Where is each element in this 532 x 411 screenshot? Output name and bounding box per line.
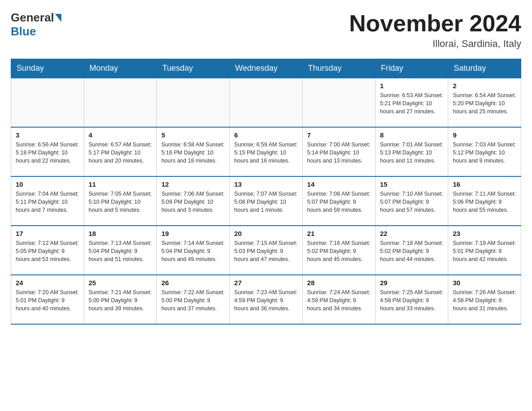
week-row-0: 1Sunrise: 6:53 AM Sunset: 5:21 PM Daylig… xyxy=(11,78,521,127)
calendar-cell: 23Sunrise: 7:19 AM Sunset: 5:01 PM Dayli… xyxy=(448,226,521,275)
month-title: November 2024 xyxy=(349,11,521,36)
day-number: 8 xyxy=(380,131,444,139)
calendar-cell: 20Sunrise: 7:15 AM Sunset: 5:03 PM Dayli… xyxy=(230,226,303,275)
calendar-cell: 27Sunrise: 7:23 AM Sunset: 4:59 PM Dayli… xyxy=(230,275,303,324)
day-info: Sunrise: 7:00 AM Sunset: 5:14 PM Dayligh… xyxy=(307,141,371,165)
day-info: Sunrise: 7:19 AM Sunset: 5:01 PM Dayligh… xyxy=(453,239,516,263)
day-number: 7 xyxy=(307,131,371,139)
calendar-cell: 14Sunrise: 7:08 AM Sunset: 5:07 PM Dayli… xyxy=(302,176,375,226)
logo-blue-text: Blue xyxy=(11,25,36,39)
page-header: General Blue November 2024 Illorai, Sard… xyxy=(11,11,521,50)
calendar-cell: 9Sunrise: 7:03 AM Sunset: 5:12 PM Daylig… xyxy=(448,127,521,176)
day-number: 16 xyxy=(453,180,516,188)
day-number: 20 xyxy=(234,230,298,237)
calendar-cell: 26Sunrise: 7:22 AM Sunset: 5:00 PM Dayli… xyxy=(157,275,230,324)
day-header-friday: Friday xyxy=(375,59,448,78)
day-number: 30 xyxy=(453,279,516,287)
day-number: 17 xyxy=(16,230,79,237)
logo: General Blue xyxy=(11,11,62,39)
day-info: Sunrise: 7:26 AM Sunset: 4:58 PM Dayligh… xyxy=(453,288,516,313)
day-number: 5 xyxy=(161,131,225,139)
day-number: 29 xyxy=(380,279,444,287)
day-number: 12 xyxy=(161,180,225,188)
week-row-4: 24Sunrise: 7:20 AM Sunset: 5:01 PM Dayli… xyxy=(11,275,521,324)
calendar-cell: 3Sunrise: 6:56 AM Sunset: 5:18 PM Daylig… xyxy=(11,127,84,176)
day-info: Sunrise: 7:20 AM Sunset: 5:01 PM Dayligh… xyxy=(16,288,79,313)
calendar-cell: 21Sunrise: 7:16 AM Sunset: 5:02 PM Dayli… xyxy=(302,226,375,275)
title-block: November 2024 Illorai, Sardinia, Italy xyxy=(349,11,521,50)
calendar-cell xyxy=(84,78,157,127)
day-header-thursday: Thursday xyxy=(302,59,375,78)
calendar-cell: 1Sunrise: 6:53 AM Sunset: 5:21 PM Daylig… xyxy=(375,78,448,127)
day-number: 25 xyxy=(89,279,152,287)
day-header-monday: Monday xyxy=(84,59,157,78)
day-number: 24 xyxy=(16,279,79,287)
day-info: Sunrise: 7:06 AM Sunset: 5:09 PM Dayligh… xyxy=(161,190,225,214)
day-number: 27 xyxy=(234,279,298,287)
calendar-cell: 18Sunrise: 7:13 AM Sunset: 5:04 PM Dayli… xyxy=(84,226,157,275)
day-info: Sunrise: 7:25 AM Sunset: 4:58 PM Dayligh… xyxy=(380,288,444,313)
day-info: Sunrise: 7:13 AM Sunset: 5:04 PM Dayligh… xyxy=(89,239,152,263)
day-info: Sunrise: 6:56 AM Sunset: 5:18 PM Dayligh… xyxy=(16,141,79,165)
day-info: Sunrise: 7:21 AM Sunset: 5:00 PM Dayligh… xyxy=(89,288,152,313)
calendar-cell: 4Sunrise: 6:57 AM Sunset: 5:17 PM Daylig… xyxy=(84,127,157,176)
calendar-cell: 12Sunrise: 7:06 AM Sunset: 5:09 PM Dayli… xyxy=(157,176,230,226)
day-header-tuesday: Tuesday xyxy=(157,59,230,78)
day-number: 22 xyxy=(380,230,444,237)
calendar-header-row: SundayMondayTuesdayWednesdayThursdayFrid… xyxy=(11,59,521,78)
day-info: Sunrise: 7:03 AM Sunset: 5:12 PM Dayligh… xyxy=(453,141,516,165)
day-number: 14 xyxy=(307,180,371,188)
day-number: 11 xyxy=(89,180,152,188)
calendar-cell: 6Sunrise: 6:59 AM Sunset: 5:15 PM Daylig… xyxy=(230,127,303,176)
day-info: Sunrise: 7:08 AM Sunset: 5:07 PM Dayligh… xyxy=(307,190,371,214)
day-info: Sunrise: 7:24 AM Sunset: 4:59 PM Dayligh… xyxy=(307,288,371,313)
day-number: 15 xyxy=(380,180,444,188)
day-info: Sunrise: 6:53 AM Sunset: 5:21 PM Dayligh… xyxy=(380,91,444,116)
day-number: 23 xyxy=(453,230,516,237)
calendar-table: SundayMondayTuesdayWednesdayThursdayFrid… xyxy=(11,59,521,325)
day-info: Sunrise: 7:16 AM Sunset: 5:02 PM Dayligh… xyxy=(307,239,371,263)
day-info: Sunrise: 7:18 AM Sunset: 5:02 PM Dayligh… xyxy=(380,239,444,263)
day-info: Sunrise: 6:59 AM Sunset: 5:15 PM Dayligh… xyxy=(234,141,298,165)
week-row-2: 10Sunrise: 7:04 AM Sunset: 5:11 PM Dayli… xyxy=(11,176,521,226)
calendar-cell: 28Sunrise: 7:24 AM Sunset: 4:59 PM Dayli… xyxy=(302,275,375,324)
day-header-saturday: Saturday xyxy=(448,59,521,78)
calendar-cell: 8Sunrise: 7:01 AM Sunset: 5:13 PM Daylig… xyxy=(375,127,448,176)
day-number: 9 xyxy=(453,131,516,139)
calendar-cell xyxy=(302,78,375,127)
day-number: 3 xyxy=(16,131,79,139)
day-info: Sunrise: 6:57 AM Sunset: 5:17 PM Dayligh… xyxy=(89,141,152,165)
day-number: 6 xyxy=(234,131,298,139)
day-number: 4 xyxy=(89,131,152,139)
calendar-cell: 13Sunrise: 7:07 AM Sunset: 5:08 PM Dayli… xyxy=(230,176,303,226)
day-number: 19 xyxy=(161,230,225,237)
day-number: 13 xyxy=(234,180,298,188)
calendar-cell xyxy=(11,78,84,127)
calendar-cell: 5Sunrise: 6:58 AM Sunset: 5:16 PM Daylig… xyxy=(157,127,230,176)
logo-arrow-icon xyxy=(55,14,61,22)
day-number: 26 xyxy=(161,279,225,287)
day-info: Sunrise: 7:14 AM Sunset: 5:04 PM Dayligh… xyxy=(161,239,225,263)
day-info: Sunrise: 7:23 AM Sunset: 4:59 PM Dayligh… xyxy=(234,288,298,313)
calendar-cell: 19Sunrise: 7:14 AM Sunset: 5:04 PM Dayli… xyxy=(157,226,230,275)
location: Illorai, Sardinia, Italy xyxy=(349,38,521,50)
calendar-cell: 16Sunrise: 7:11 AM Sunset: 5:06 PM Dayli… xyxy=(448,176,521,226)
calendar-cell xyxy=(157,78,230,127)
day-info: Sunrise: 7:01 AM Sunset: 5:13 PM Dayligh… xyxy=(380,141,444,165)
day-number: 21 xyxy=(307,230,371,237)
calendar-cell: 2Sunrise: 6:54 AM Sunset: 5:20 PM Daylig… xyxy=(448,78,521,127)
day-info: Sunrise: 7:22 AM Sunset: 5:00 PM Dayligh… xyxy=(161,288,225,313)
day-info: Sunrise: 7:11 AM Sunset: 5:06 PM Dayligh… xyxy=(453,190,516,214)
calendar-cell: 15Sunrise: 7:10 AM Sunset: 5:07 PM Dayli… xyxy=(375,176,448,226)
day-header-wednesday: Wednesday xyxy=(230,59,303,78)
calendar-cell: 10Sunrise: 7:04 AM Sunset: 5:11 PM Dayli… xyxy=(11,176,84,226)
calendar-cell: 25Sunrise: 7:21 AM Sunset: 5:00 PM Dayli… xyxy=(84,275,157,324)
day-number: 10 xyxy=(16,180,79,188)
calendar-cell: 11Sunrise: 7:05 AM Sunset: 5:10 PM Dayli… xyxy=(84,176,157,226)
day-number: 2 xyxy=(453,82,516,90)
day-info: Sunrise: 6:58 AM Sunset: 5:16 PM Dayligh… xyxy=(161,141,225,165)
week-row-1: 3Sunrise: 6:56 AM Sunset: 5:18 PM Daylig… xyxy=(11,127,521,176)
calendar-cell xyxy=(230,78,303,127)
day-info: Sunrise: 6:54 AM Sunset: 5:20 PM Dayligh… xyxy=(453,91,516,116)
calendar-cell: 30Sunrise: 7:26 AM Sunset: 4:58 PM Dayli… xyxy=(448,275,521,324)
